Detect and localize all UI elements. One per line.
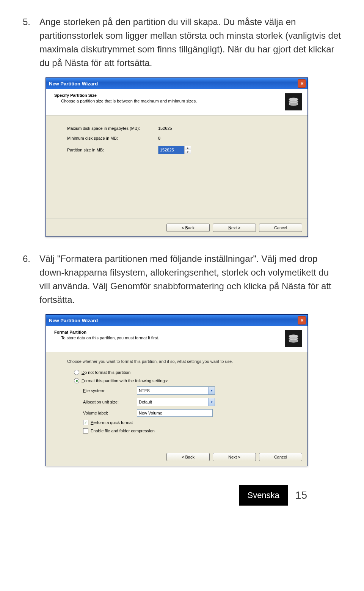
close-icon[interactable]: ✕ xyxy=(298,79,306,88)
cancel-button[interactable]: Cancel xyxy=(259,453,302,461)
page-footer: Svenska 15 xyxy=(23,485,341,506)
footer-page-number: 15 xyxy=(295,489,307,501)
file-system-dropdown[interactable]: NTFS ▾ xyxy=(137,386,215,395)
partition-size-label: Partition size in MB: xyxy=(67,148,158,152)
wizard2-header: Format Partition To store data on this p… xyxy=(46,326,308,352)
step5-text: Ange storleken på den partition du vill … xyxy=(39,15,341,70)
file-system-label: File system: xyxy=(83,388,132,393)
allocation-unit-dropdown[interactable]: Default ▾ xyxy=(137,398,215,406)
wizard2-header-subtitle: To store data on this partition, you mus… xyxy=(54,336,285,340)
partition-size-input[interactable]: ▲ ▼ xyxy=(158,146,191,154)
radio-format-with-settings[interactable]: Format this partition with the following… xyxy=(67,378,294,383)
file-system-value: NTFS xyxy=(139,388,150,393)
wizard1-titlebar[interactable]: New Partition Wizard ✕ xyxy=(46,78,308,89)
wizard1-body: Maxium disk space in megabytes (MB): 152… xyxy=(46,115,308,219)
radio-do-not-format[interactable]: Do not format this partition xyxy=(67,370,294,375)
volume-label-input[interactable] xyxy=(137,409,213,417)
step6-text: Välj "Formatera partitionen med följande… xyxy=(39,252,341,307)
allocation-unit-label: Allocation unit size: xyxy=(83,400,132,404)
chevron-down-icon: ▾ xyxy=(208,387,215,394)
wizard-specify-partition-size: New Partition Wizard ✕ Specify Partition… xyxy=(46,77,308,237)
step6-number: 6. xyxy=(23,252,39,307)
disk-icon xyxy=(285,93,302,110)
min-space-label: Minimum disk space in MB: xyxy=(67,136,158,140)
spinner-down-icon[interactable]: ▼ xyxy=(185,150,191,154)
wizard2-intro-text: Choose whether you want to format this p… xyxy=(67,359,294,364)
volume-label-label: Volume label: xyxy=(83,411,132,415)
wizard-format-partition: New Partition Wizard ✕ Format Partition … xyxy=(46,314,308,466)
quick-format-label: Perform a quick format xyxy=(91,420,133,425)
back-button[interactable]: < Back xyxy=(166,224,210,232)
step5-number: 5. xyxy=(23,15,39,70)
back-button[interactable]: < Back xyxy=(166,453,210,461)
disk-icon xyxy=(285,330,302,347)
wizard1-header-title: Specify Partition Size xyxy=(54,93,285,98)
svg-point-2 xyxy=(289,102,298,106)
step6-paragraph: 6. Välj "Formatera partitionen med följa… xyxy=(23,252,341,307)
step5-paragraph: 5. Ange storleken på den partition du vi… xyxy=(23,15,341,70)
min-space-value: 8 xyxy=(158,136,294,140)
radio-icon xyxy=(74,370,79,375)
svg-point-5 xyxy=(289,339,298,342)
spinner-up-icon[interactable]: ▲ xyxy=(185,146,191,150)
partition-size-field[interactable] xyxy=(158,146,184,154)
radio-selected-icon xyxy=(74,378,79,383)
wizard1-header: Specify Partition Size Choose a partitio… xyxy=(46,89,308,115)
wizard2-body: Choose whether you want to format this p… xyxy=(46,352,308,448)
max-space-label: Maxium disk space in megabytes (MB): xyxy=(67,126,158,131)
chevron-down-icon: ▾ xyxy=(208,398,215,406)
footer-language-tag: Svenska xyxy=(239,485,287,506)
allocation-unit-value: Default xyxy=(139,400,152,404)
cancel-button[interactable]: Cancel xyxy=(259,224,302,232)
next-button[interactable]: Next > xyxy=(213,453,256,461)
wizard1-header-subtitle: Choose a partition size that is between … xyxy=(54,99,285,103)
checkbox-compression[interactable] xyxy=(83,428,88,433)
wizard1-title: New Partition Wizard xyxy=(49,81,298,87)
checkbox-quick-format[interactable]: ✓ xyxy=(83,420,88,425)
wizard2-header-title: Format Partition xyxy=(54,330,285,334)
wizard2-footer: < Back Next > Cancel xyxy=(46,448,308,466)
max-space-value: 152625 xyxy=(158,126,294,131)
wizard2-title: New Partition Wizard xyxy=(49,318,298,323)
next-button[interactable]: Next > xyxy=(213,224,256,232)
compression-label: Enable file and folder compression xyxy=(91,429,155,433)
close-icon[interactable]: ✕ xyxy=(298,316,306,325)
wizard2-titlebar[interactable]: New Partition Wizard ✕ xyxy=(46,315,308,326)
wizard1-footer: < Back Next > Cancel xyxy=(46,219,308,236)
